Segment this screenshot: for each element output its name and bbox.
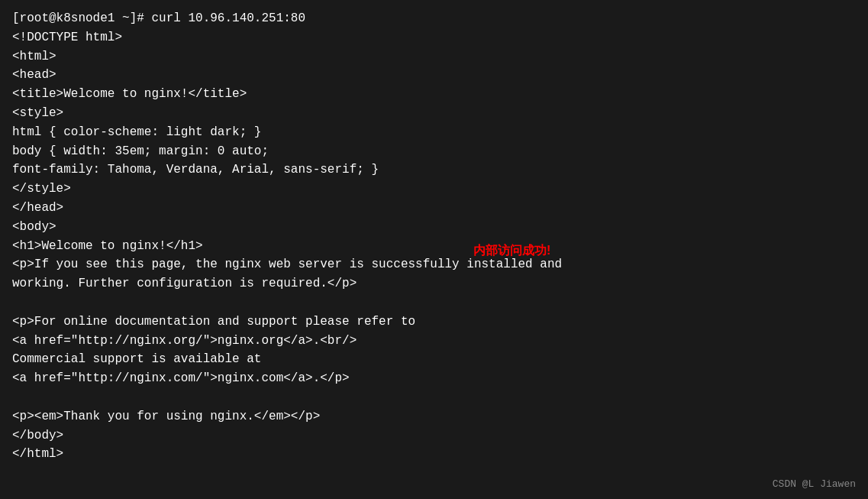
terminal-line-7: html { color-scheme: light dark; }	[12, 123, 856, 142]
terminal-line-5: <title>Welcome to nginx!</title>	[12, 85, 856, 104]
terminal-window: [root@k8snode1 ~]# curl 10.96.140.251:80…	[0, 0, 868, 499]
terminal-line-22: <p><em>Thank you for using nginx.</em></…	[12, 407, 856, 426]
terminal-line-10: </style>	[12, 180, 856, 199]
terminal-line-4: <head>	[12, 66, 856, 85]
terminal-line-11: </head>	[12, 199, 856, 218]
terminal-line-16	[12, 293, 856, 313]
terminal-line-2: <!DOCTYPE html>	[12, 28, 856, 47]
terminal-line-17: <p>For online documentation and support …	[12, 313, 856, 332]
terminal-line-23: </body>	[12, 426, 856, 446]
terminal-line-8: body { width: 35em; margin: 0 auto;	[12, 142, 856, 161]
terminal-line-12: <body>	[12, 218, 856, 237]
terminal-line-15: working. Further configuration is requir…	[12, 274, 856, 293]
terminal-line-3: <html>	[12, 47, 856, 66]
terminal-line-1: [root@k8snode1 ~]# curl 10.96.140.251:80	[12, 9, 856, 28]
annotation-label: 内部访问成功!	[473, 243, 550, 259]
terminal-line-20: <a href="http://nginx.com/">nginx.com</a…	[12, 369, 856, 388]
terminal-line-13: <h1>Welcome to nginx!</h1>	[12, 237, 856, 256]
terminal-line-21	[12, 388, 856, 407]
terminal-line-19: Commercial support is available at	[12, 350, 856, 369]
watermark-label: CSDN @L Jiawen	[773, 478, 856, 490]
terminal-line-6: <style>	[12, 104, 856, 123]
terminal-line-24: </html>	[12, 445, 856, 464]
terminal-line-9: font-family: Tahoma, Verdana, Arial, san…	[12, 160, 856, 180]
terminal-line-18: <a href="http://nginx.org/">nginx.org</a…	[12, 332, 856, 351]
terminal-line-14: <p>If you see this page, the nginx web s…	[12, 255, 856, 274]
